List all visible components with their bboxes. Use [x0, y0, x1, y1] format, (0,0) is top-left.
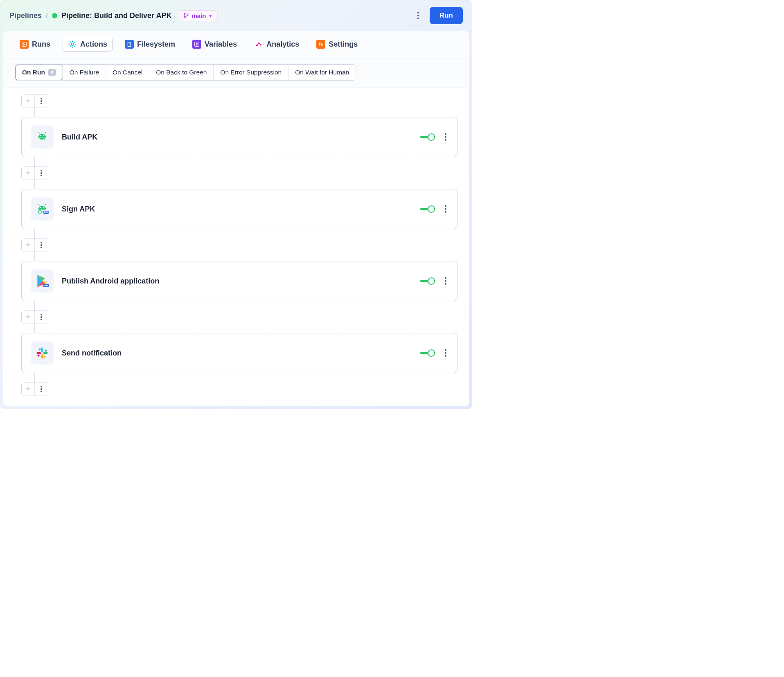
trigger-bar: On Run 4 On Failure On Cancel On Back to…: [3, 58, 469, 88]
git-branch-icon: [183, 13, 189, 18]
breadcrumb-root[interactable]: Pipelines: [9, 11, 42, 20]
analytics-icon: [254, 40, 263, 49]
action-toggle[interactable]: [420, 277, 435, 285]
add-action-menu[interactable]: [35, 382, 48, 396]
android-sign-icon: APK: [31, 198, 54, 220]
run-button[interactable]: Run: [430, 7, 463, 24]
add-action-button[interactable]: +: [22, 310, 35, 324]
tab-label: Runs: [32, 40, 50, 49]
tab-filesystem[interactable]: Filesystem: [120, 37, 180, 51]
branch-selector[interactable]: main ▼: [178, 10, 218, 21]
chevron-down-icon: ▼: [208, 13, 212, 18]
add-action-control: +: [21, 94, 48, 108]
more-menu-button[interactable]: [411, 8, 426, 23]
svg-point-25: [38, 348, 41, 350]
runs-icon: [20, 40, 29, 49]
svg-point-9: [260, 44, 261, 45]
connector-line: [34, 373, 35, 382]
svg-point-0: [185, 13, 186, 14]
action-title: Sign APK: [62, 205, 412, 214]
filesystem-icon: [125, 40, 134, 49]
svg-point-4: [71, 43, 74, 45]
tab-variables[interactable]: $ Variables: [187, 37, 242, 51]
trigger-on-run[interactable]: On Run 4: [15, 65, 63, 80]
tab-settings[interactable]: Settings: [311, 37, 363, 51]
svg-point-10: [319, 43, 320, 44]
action-toggle[interactable]: [420, 133, 435, 141]
settings-icon: [316, 40, 325, 49]
app-window: Pipelines / Pipeline: Build and Deliver …: [0, 0, 472, 409]
variables-icon: $: [192, 40, 201, 49]
action-menu[interactable]: [443, 277, 448, 285]
slack-icon: [31, 342, 54, 364]
add-action-menu[interactable]: [35, 166, 48, 180]
add-action-button[interactable]: +: [22, 238, 35, 252]
connector-line: [34, 229, 35, 238]
add-action-menu[interactable]: [35, 238, 48, 252]
action-toggle[interactable]: [420, 205, 435, 213]
tab-runs[interactable]: Runs: [15, 37, 55, 51]
svg-rect-23: [41, 354, 43, 359]
add-action-control: +: [21, 382, 48, 396]
add-action-button[interactable]: +: [22, 166, 35, 180]
add-action-menu[interactable]: [35, 310, 48, 324]
action-menu[interactable]: [443, 133, 448, 141]
trigger-on-cancel[interactable]: On Cancel: [106, 65, 149, 80]
breadcrumb: Pipelines / Pipeline: Build and Deliver …: [9, 10, 407, 21]
action-card-publish-android[interactable]: APK Publish Android application: [21, 261, 457, 301]
add-action-control: +: [21, 166, 48, 180]
action-card-sign-apk[interactable]: APK Sign APK: [21, 189, 457, 229]
action-card-build-apk[interactable]: Build APK: [21, 117, 457, 157]
tab-actions[interactable]: Actions: [63, 37, 113, 52]
connector-line: [34, 324, 35, 333]
topbar: Pipelines / Pipeline: Build and Deliver …: [0, 0, 472, 31]
kebab-icon: [39, 386, 44, 392]
svg-text:APK: APK: [44, 211, 48, 214]
kebab-icon: [416, 12, 421, 19]
svg-point-2: [187, 14, 189, 15]
svg-point-28: [37, 354, 39, 356]
svg-point-8: [258, 43, 259, 44]
main-panel: Runs Actions Filesystem $: [3, 31, 469, 406]
status-dot-icon: [52, 13, 57, 18]
kebab-icon: [39, 170, 44, 176]
action-menu[interactable]: [443, 205, 448, 213]
kebab-icon: [39, 314, 44, 320]
svg-rect-21: [41, 348, 43, 352]
svg-rect-24: [37, 352, 41, 354]
svg-point-7: [257, 45, 258, 46]
trigger-count-badge: 4: [48, 69, 56, 76]
actions-icon: [68, 40, 77, 49]
connector-line: [34, 157, 35, 166]
svg-point-1: [185, 17, 186, 18]
action-toggle[interactable]: [420, 349, 435, 357]
kebab-icon: [39, 242, 44, 248]
actions-canvas: ☰ +: [3, 88, 469, 406]
action-title: Send notification: [62, 349, 412, 358]
svg-point-15: [43, 207, 45, 209]
action-card-send-notification[interactable]: Send notification: [21, 333, 457, 373]
branch-name: main: [191, 12, 206, 19]
svg-point-27: [43, 355, 45, 358]
trigger-segmented-control: On Run 4 On Failure On Cancel On Back to…: [15, 64, 356, 81]
connector-line: [34, 252, 35, 261]
add-action-button[interactable]: +: [22, 94, 35, 108]
svg-rect-22: [43, 352, 48, 354]
trigger-on-failure[interactable]: On Failure: [63, 65, 106, 80]
trigger-on-wait-for-human[interactable]: On Wait for Human: [288, 65, 356, 80]
play-store-icon: APK: [31, 270, 54, 292]
add-action-menu[interactable]: [35, 94, 48, 108]
trigger-label: On Run: [22, 69, 45, 76]
add-action-control: +: [21, 238, 48, 252]
connector-line: [34, 108, 35, 117]
trigger-on-back-to-green[interactable]: On Back to Green: [149, 65, 214, 80]
add-action-button[interactable]: +: [22, 382, 35, 396]
svg-point-14: [40, 207, 41, 209]
svg-text:APK: APK: [43, 284, 49, 287]
action-menu[interactable]: [443, 349, 448, 357]
action-title: Build APK: [62, 133, 412, 142]
actions-rail: +: [21, 94, 457, 396]
android-build-icon: [31, 126, 54, 148]
trigger-on-error-suppression[interactable]: On Error Suppression: [214, 65, 288, 80]
tab-analytics[interactable]: Analytics: [249, 37, 304, 51]
